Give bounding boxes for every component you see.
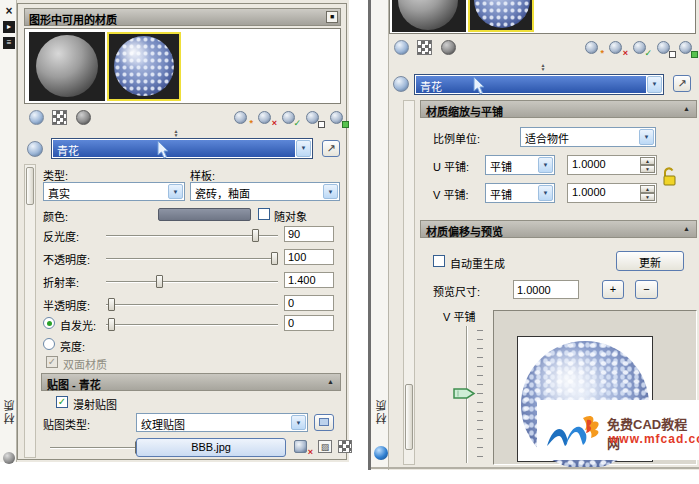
slider-handle[interactable]: [156, 275, 163, 288]
map-section-header[interactable]: 贴图 - 青花 ▲: [41, 373, 341, 391]
u-tile-value-spinner[interactable]: 1.0000 ▲ ▼: [567, 155, 657, 175]
material-name-dropdown[interactable]: 青花 ▼: [51, 138, 313, 159]
v-tile-spin-buttons[interactable]: ▲ ▼: [640, 185, 655, 201]
checkered-underlay-icon[interactable]: [417, 40, 432, 55]
panel-expand-button[interactable]: ■: [326, 11, 338, 23]
byobject-checkbox[interactable]: [258, 208, 270, 220]
slider-handle[interactable]: [271, 252, 278, 265]
translucency-value[interactable]: 0: [284, 295, 334, 311]
translucency-label: 半透明度:: [43, 297, 90, 313]
gray-sphere-preview: [36, 35, 98, 97]
self-illumination-slider[interactable]: [106, 324, 278, 326]
update-button[interactable]: 更新: [616, 251, 684, 271]
color-swatch-button[interactable]: [158, 208, 251, 221]
create-material-icon[interactable]: *: [234, 110, 252, 126]
close-icon[interactable]: ×: [3, 5, 15, 17]
type-dropdown[interactable]: 真实 ▼: [43, 182, 185, 201]
material-swatch-global[interactable]: [29, 32, 105, 101]
apply-to-object-icon[interactable]: ↗: [673, 75, 691, 92]
refraction-slider[interactable]: [106, 281, 278, 283]
uv-lock-icon[interactable]: [661, 166, 677, 188]
autohide-icon[interactable]: ▸: [3, 21, 15, 33]
preview-zoom-in-button[interactable]: +: [602, 280, 624, 299]
swatch-geometry-icon[interactable]: [394, 40, 409, 55]
swatch-geometry-icon[interactable]: [29, 110, 44, 125]
apply-material-icon[interactable]: ✓: [282, 110, 300, 126]
collapse-icon[interactable]: ▲: [327, 378, 334, 385]
right-panel-scrollbar[interactable]: [403, 100, 415, 465]
preview-map-icon[interactable]: ▨: [318, 440, 332, 453]
auto-regen-checkbox[interactable]: [433, 255, 445, 267]
porcelain-sphere-preview: [474, 0, 530, 28]
materials-in-use-icon[interactable]: [679, 40, 697, 56]
luminance-radio[interactable]: [43, 338, 55, 350]
map-settings-icon[interactable]: [338, 440, 352, 453]
slider-handle[interactable]: [252, 229, 259, 242]
type-dropdown-arrow[interactable]: ▼: [168, 184, 183, 199]
v-tile-mode-dropdown[interactable]: 平铺 ▼: [485, 183, 555, 203]
remove-material-icon[interactable]: [657, 40, 675, 56]
apply-to-object-icon[interactable]: ↗: [322, 140, 340, 157]
refraction-value[interactable]: 1.400: [284, 272, 334, 288]
material-name-dropdown[interactable]: 青花 ▼: [414, 74, 664, 95]
material-swatch-qinghua-selected[interactable]: [107, 32, 181, 101]
scale-unit-dropdown-arrow[interactable]: ▼: [639, 129, 654, 145]
v-tile-dropdown-arrow[interactable]: ▼: [538, 185, 553, 201]
slider-handle[interactable]: [108, 298, 115, 311]
scrollbar-thumb[interactable]: [405, 384, 413, 450]
delete-map-icon[interactable]: ×: [294, 439, 312, 455]
splitter-handle[interactable]: ▲▼: [170, 129, 182, 138]
watermark: 免费CAD教程网 www.mfcad.com: [537, 400, 699, 460]
self-illumination-label: 自发光:: [60, 317, 96, 333]
preview-size-input[interactable]: 1.0000: [513, 280, 579, 299]
remove-material-icon[interactable]: [306, 110, 324, 126]
translucency-slider[interactable]: [106, 304, 278, 306]
v-tile-slider-handle[interactable]: [453, 385, 477, 402]
collapse-icon[interactable]: ▲: [683, 225, 690, 232]
purge-material-icon[interactable]: ×: [258, 110, 276, 126]
map-type-dropdown[interactable]: 纹理贴图 ▼: [136, 413, 308, 432]
material-name-dropdown-arrow[interactable]: ▼: [647, 76, 662, 93]
preview-lighting-icon[interactable]: [76, 110, 91, 125]
properties-menu-icon[interactable]: ≡: [3, 37, 15, 49]
map-type-dropdown-arrow[interactable]: ▼: [291, 415, 306, 430]
material-swatch-global[interactable]: [392, 0, 466, 32]
left-panel-scrollbar[interactable]: [24, 164, 36, 458]
checkered-underlay-icon[interactable]: [52, 110, 67, 125]
scale-unit-dropdown[interactable]: 适合物件 ▼: [520, 127, 656, 147]
self-illumination-radio[interactable]: [43, 317, 55, 329]
preview-lighting-icon[interactable]: [441, 40, 456, 55]
v-tile-slider-ticks: [477, 330, 483, 460]
shininess-slider[interactable]: [106, 235, 278, 237]
shininess-value[interactable]: 90: [284, 226, 334, 242]
v-slider-label: V 平铺: [443, 308, 475, 324]
texture-image-button[interactable]: BBB.jpg: [136, 438, 286, 457]
watermark-url[interactable]: www.mfcad.com: [609, 432, 699, 446]
preview-zoom-out-button[interactable]: −: [635, 280, 658, 299]
template-dropdown-arrow[interactable]: ▼: [323, 184, 338, 199]
create-material-icon[interactable]: *: [585, 40, 603, 56]
collapse-icon[interactable]: ▲: [683, 105, 690, 112]
material-swatch-qinghua-selected[interactable]: [468, 0, 534, 32]
diffuse-map-checkbox[interactable]: ✓: [56, 396, 68, 408]
scrollbar-thumb[interactable]: [26, 167, 34, 205]
offset-preview-section-header[interactable]: 材质偏移与预览 ▲: [420, 220, 697, 238]
apply-material-icon[interactable]: ✓: [633, 40, 651, 56]
scale-tile-section-header[interactable]: 材质缩放与平铺 ▲: [420, 100, 697, 118]
select-image-icon[interactable]: [314, 414, 334, 431]
u-tile-spin-buttons[interactable]: ▲ ▼: [640, 157, 655, 173]
material-name-dropdown-arrow[interactable]: ▼: [296, 140, 311, 157]
self-illumination-value[interactable]: 0: [284, 315, 334, 331]
u-tile-mode-dropdown[interactable]: 平铺 ▼: [485, 155, 555, 175]
slider-handle[interactable]: [108, 318, 115, 331]
purge-material-icon[interactable]: ×: [609, 40, 627, 56]
u-tile-dropdown-arrow[interactable]: ▼: [538, 157, 553, 173]
splitter-handle[interactable]: ▲▼: [537, 63, 549, 72]
opacity-value[interactable]: 100: [284, 249, 334, 265]
map-strength-slider[interactable]: [50, 447, 142, 449]
template-dropdown[interactable]: 瓷砖，釉面 ▼: [190, 182, 340, 201]
opacity-slider[interactable]: [106, 258, 278, 260]
materials-in-use-icon[interactable]: [330, 110, 348, 126]
diffuse-map-label: 漫射贴图: [73, 396, 117, 412]
v-tile-value-spinner[interactable]: 1.0000 ▲ ▼: [567, 183, 657, 203]
